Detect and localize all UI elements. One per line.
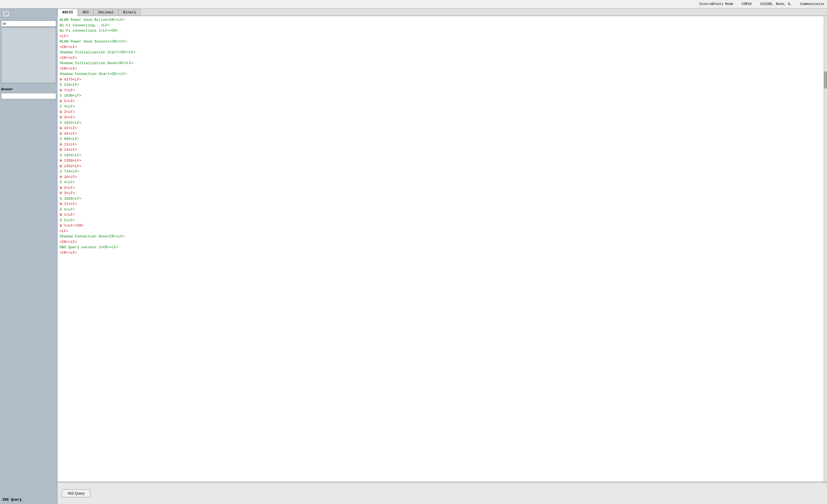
tab-hex[interactable]: HEX — [78, 9, 94, 15]
colors-fonts-label: Colors&Fonts Mode — [699, 2, 733, 6]
terminal-line: W 12<LF> — [60, 142, 821, 147]
terminal-line: W 42<LF> — [60, 125, 821, 131]
terminal-line: W 4275<LF> — [60, 77, 821, 83]
ins-query-sidebar-label: INS Query — [0, 495, 57, 504]
terminal-line: Shadow Initialization Done<CR><LF> — [60, 60, 821, 66]
terminal-line: S 4<LF> — [60, 104, 821, 109]
terminal-line: W 1<LF> — [60, 212, 821, 218]
terminal-line: S 4<LF> — [60, 180, 821, 185]
answer-section — [0, 92, 57, 101]
terminal-line: <CR><LF> — [60, 44, 821, 50]
terminal-line: <LF> — [60, 34, 821, 39]
terminal-line: <LF> — [60, 229, 821, 234]
terminal-line: S 5<LF> — [60, 218, 821, 223]
com-label: COM18 — [741, 2, 751, 6]
scrollbar-thumb[interactable] — [824, 72, 827, 88]
ins-query-button[interactable]: INS Query — [62, 489, 91, 497]
terminal-line: <CR><LF> — [60, 250, 821, 256]
terminal-line: Shadow Initialization Start<CR><LF> — [60, 50, 821, 55]
tabbar: ASCII HEX Decimal Binary — [57, 8, 827, 16]
terminal-line: WLAN Power Save Active<CR><LF> — [60, 17, 821, 23]
terminal-output[interactable]: WLAN Power Save Active<CR><LF>Wi-Fi Conn… — [57, 16, 824, 482]
terminal-line: W 1352<LF> — [60, 163, 821, 169]
sidebar-list-box — [1, 28, 56, 83]
terminal-line: <CR><LF> — [60, 66, 821, 72]
terminal-line: S 4<LF> — [60, 207, 821, 212]
terminal-line: W 2<LF> — [60, 185, 821, 191]
nav-first-button[interactable]: |< — [2, 10, 10, 17]
baud-label: 115200, None, 8, — [760, 2, 792, 6]
tab-ascii[interactable]: ASCII — [57, 9, 78, 16]
terminal-line: W 11<LF> — [60, 201, 821, 207]
terminal-line: S 724<LF> — [60, 169, 821, 174]
terminal-line: DNS Query success 1<CR><LF> — [60, 245, 821, 250]
terminal-line: <CR><LF> — [60, 239, 821, 245]
tab-binary[interactable]: Binary — [118, 9, 141, 15]
terminal-line: Shadow Connection Done<CR><LF> — [60, 234, 821, 239]
terminal-line: S 1024<LF> — [60, 153, 821, 158]
terminal-line: W 2<LF> — [60, 109, 821, 115]
terminal-line: Wi-Fi connections 1<LF><CR> — [60, 28, 821, 34]
main-content: WLAN Power Save Active<CR><LF>Wi-Fi Conn… — [57, 16, 827, 504]
terminal-line: W 10<LF> — [60, 174, 821, 180]
terminal-line: W 3<LF> — [60, 191, 821, 196]
comm-label: Communicatio — [800, 2, 824, 6]
terminal-line: S 1025<LF> — [60, 120, 821, 126]
terminal-line: W 3<LF> — [60, 115, 821, 120]
terminal-line: W 13<LF> — [60, 147, 821, 153]
terminal-line: <CR><LF> — [60, 55, 821, 61]
answer-label: Answer — [0, 86, 57, 92]
terminal-line: Shadow Connection Start<CR><LF> — [60, 71, 821, 77]
terminal-line: W 7<LF> — [60, 88, 821, 93]
tab-decimal[interactable]: Decimal — [94, 9, 118, 15]
right-scrollbar[interactable] — [824, 16, 827, 504]
terminal-line: S 995<LF> — [60, 136, 821, 142]
terminal-line: W 5<LF> — [60, 99, 821, 104]
terminal-line: S 1030<LF> — [60, 93, 821, 99]
bottom-bar: INS Query — [57, 482, 827, 504]
sidebar: |< Answer INS Query — [0, 8, 57, 504]
toolbar: Colors&Fonts Mode COM18 115200, None, 8,… — [0, 0, 827, 8]
answer-input[interactable] — [1, 93, 56, 99]
terminal-line: W 1<LF><CR> — [60, 223, 821, 229]
sidebar-input-section — [0, 19, 57, 84]
terminal-line: Wi-Fi Connecting...<LF> — [60, 23, 821, 28]
search-input[interactable] — [1, 20, 56, 27]
terminal-line: S 233<LF> — [60, 82, 821, 88]
terminal-line: WLAN Power Save Success<CR><LF> — [60, 39, 821, 44]
terminal-line: S 1020<LF> — [60, 196, 821, 202]
terminal-line: W 1350<LF> — [60, 158, 821, 163]
terminal-line: W 43<LF> — [60, 131, 821, 137]
